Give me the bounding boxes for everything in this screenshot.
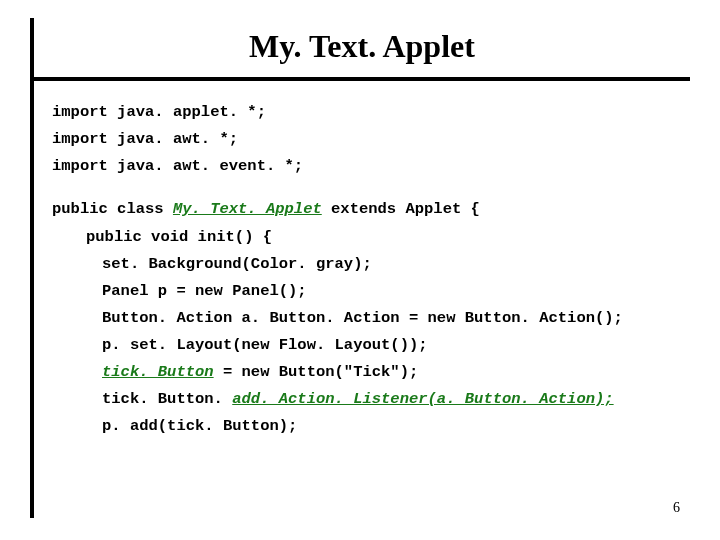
code-line: p. set. Layout(new Flow. Layout()); xyxy=(52,332,690,359)
code-text: public class xyxy=(52,200,173,218)
code-text: extends Applet { xyxy=(322,200,480,218)
highlight-text: My. Text. Applet xyxy=(173,200,322,218)
blank-line xyxy=(52,180,690,196)
code-line: Button. Action a. Button. Action = new B… xyxy=(52,305,690,332)
code-line: tick. Button = new Button("Tick"); xyxy=(52,359,690,386)
code-text: tick. Button. xyxy=(102,390,232,408)
vertical-rule xyxy=(30,18,34,518)
code-line: public void init() { xyxy=(52,224,690,251)
page-number: 6 xyxy=(673,500,680,516)
code-line: p. add(tick. Button); xyxy=(52,413,690,440)
code-line: import java. awt. event. *; xyxy=(52,153,690,180)
code-line: import java. awt. *; xyxy=(52,126,690,153)
code-text: = new Button("Tick"); xyxy=(214,363,419,381)
highlight-text: add. Action. Listener(a. Button. Action)… xyxy=(232,390,613,408)
highlight-text: tick. Button xyxy=(102,363,214,381)
code-line: tick. Button. add. Action. Listener(a. B… xyxy=(52,386,690,413)
slide: My. Text. Applet import java. applet. *;… xyxy=(30,18,690,518)
code-line: Panel p = new Panel(); xyxy=(52,278,690,305)
code-line: import java. applet. *; xyxy=(52,99,690,126)
code-block: import java. applet. *; import java. awt… xyxy=(30,81,690,441)
code-line: set. Background(Color. gray); xyxy=(52,251,690,278)
code-line: public class My. Text. Applet extends Ap… xyxy=(52,196,690,223)
slide-title: My. Text. Applet xyxy=(34,18,690,77)
